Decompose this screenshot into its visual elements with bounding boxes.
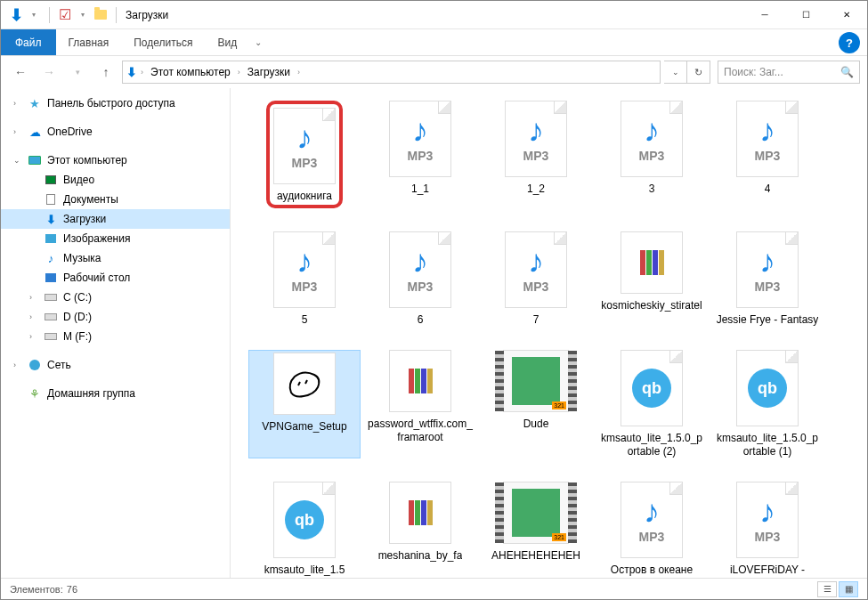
file-item[interactable]: password_wtffix.com_framaroot [364, 350, 476, 458]
file-item[interactable]: 321AHEHEHEHEHEH [480, 482, 592, 577]
chevron-right-icon[interactable]: › [238, 68, 240, 77]
close-button[interactable]: ✕ [826, 1, 867, 29]
maximize-button[interactable]: ☐ [785, 1, 826, 29]
file-item[interactable]: ♪MP3iLOVEFRiDAY - [711, 482, 823, 577]
exe-thumbnail [273, 353, 336, 415]
up-button[interactable]: ↑ [93, 60, 118, 85]
file-item[interactable]: ♪MP37 [480, 231, 592, 327]
tree-onedrive[interactable]: ›☁OneDrive [1, 122, 230, 142]
back-button[interactable]: ← [8, 60, 33, 85]
file-ext-label: MP3 [408, 280, 434, 294]
tab-share[interactable]: Поделиться [121, 29, 205, 55]
chevron-down-icon[interactable]: ⌄ [13, 156, 20, 165]
chevron-right-icon[interactable]: › [29, 312, 32, 321]
chevron-right-icon[interactable]: › [13, 99, 16, 108]
search-input[interactable]: Поиск: Заг... 🔍 [718, 61, 860, 84]
file-ext-label: MP3 [408, 149, 434, 163]
file-list-pane[interactable]: ♪MP3аудиокнига♪MP31_1♪MP31_2♪MP33♪MP34♪M… [231, 88, 867, 578]
file-item[interactable]: VPNGame_Setup [248, 350, 361, 458]
forward-button[interactable]: → [37, 60, 61, 85]
tab-view[interactable]: Вид [205, 29, 249, 55]
file-name: 7 [533, 313, 539, 327]
breadcrumb-this-pc[interactable]: Этот компьютер [147, 66, 234, 78]
mp3-thumbnail: ♪MP3 [389, 101, 451, 177]
file-item[interactable]: ♪MP3аудиокнига [248, 101, 361, 208]
pc-icon [28, 153, 42, 167]
properties-icon[interactable]: ☑ [57, 7, 73, 23]
file-name: iLOVEFRiDAY - [730, 564, 805, 577]
file-item[interactable]: ♪MP36 [364, 231, 476, 327]
address-dropdown-button[interactable]: ⌄ [664, 61, 687, 84]
mp3-thumbnail: ♪MP3 [736, 482, 799, 558]
file-ext-label: MP3 [292, 156, 318, 170]
tree-homegroup[interactable]: ⚘Домашняя группа [1, 384, 230, 403]
tree-pictures[interactable]: Изображения [1, 229, 230, 248]
minimize-button[interactable]: ─ [744, 1, 785, 29]
downloads-folder-icon: ⬇ [8, 7, 24, 23]
details-view-button[interactable]: ☰ [817, 581, 837, 597]
music-note-icon: ♪ [528, 246, 544, 278]
thumbnails-view-button[interactable]: ▦ [839, 581, 858, 597]
file-item[interactable]: ♪MP31_1 [364, 101, 476, 208]
tree-network[interactable]: ›Сеть [1, 355, 230, 375]
file-name: 1_1 [411, 182, 429, 196]
file-item[interactable]: qbkmsauto_lite_1.5.0_portable (1) [711, 350, 823, 458]
file-name: AHEHEHEHEHEH [491, 549, 580, 563]
file-item[interactable]: ♪MP3Jessie Frye - Fantasy [711, 231, 823, 327]
title-bar: ⬇ ▾ ☑ ▾ Загрузки ─ ☐ ✕ [1, 1, 867, 29]
rar-icon [640, 250, 664, 275]
recent-locations-button[interactable]: ▾ [65, 60, 90, 85]
file-item[interactable]: ♪MP34 [711, 101, 823, 208]
file-item[interactable]: qbkmsauto_lite_1.5 [248, 482, 361, 577]
file-item[interactable]: ♪MP35 [248, 231, 361, 327]
qat-dropdown-icon[interactable]: ▾ [75, 7, 91, 23]
mp3-thumbnail: ♪MP3 [621, 482, 683, 558]
tree-this-pc[interactable]: ⌄Этот компьютер [1, 150, 230, 170]
document-icon [44, 192, 58, 207]
tree-downloads[interactable]: ⬇Загрузки [1, 209, 230, 229]
status-items-label: Элементов: [10, 584, 63, 595]
separator [49, 7, 50, 23]
help-button[interactable]: ? [839, 32, 860, 53]
tree-drive-m[interactable]: ›M (F:) [1, 327, 230, 346]
file-name: 1_2 [527, 182, 545, 196]
ribbon-expand-icon[interactable]: ⌄ [249, 29, 267, 55]
file-item[interactable]: ♪MP31_2 [480, 101, 592, 208]
quick-access-toolbar: ⬇ ▾ ☑ ▾ [8, 7, 122, 23]
tree-video[interactable]: Видео [1, 170, 230, 190]
tree-drive-c[interactable]: ›C (C:) [1, 288, 230, 307]
file-name: 5 [302, 313, 308, 327]
file-item[interactable]: ♪MP33 [596, 101, 708, 208]
tab-home[interactable]: Главная [56, 29, 122, 55]
refresh-button[interactable]: ↻ [687, 61, 710, 84]
address-bar[interactable]: ⬇ › Этот компьютер › Загрузки › [122, 61, 661, 84]
file-item[interactable]: qbkmsauto_lite_1.5.0_portable (2) [596, 350, 708, 458]
music-note-icon: ♪ [296, 122, 312, 154]
chevron-right-icon[interactable]: › [13, 127, 16, 136]
chevron-right-icon[interactable]: › [13, 361, 16, 369]
file-item[interactable]: kosmicheskiy_stiratel [596, 231, 708, 327]
chevron-right-icon[interactable]: › [29, 332, 32, 341]
chevron-right-icon[interactable]: › [297, 68, 300, 77]
qat-dropdown-icon[interactable]: ▾ [26, 7, 42, 23]
file-item[interactable]: 321Dude [480, 350, 592, 458]
cloud-icon: ☁ [28, 125, 42, 139]
file-item[interactable]: meshanina_by_fa [364, 482, 476, 577]
file-item[interactable]: ♪MP3Остров в океане [596, 482, 708, 577]
video-thumbnail: 321 [503, 350, 569, 412]
tree-drive-d[interactable]: ›D (D:) [1, 307, 230, 327]
mp3-thumbnail: ♪MP3 [273, 231, 336, 308]
folder-icon [93, 7, 109, 23]
tree-documents[interactable]: Документы [1, 190, 230, 209]
archive-thumbnail [389, 350, 451, 412]
video-badge: 321 [552, 533, 566, 541]
tree-quick-access[interactable]: ›★Панель быстрого доступа [1, 93, 230, 113]
chevron-right-icon[interactable]: › [29, 293, 32, 302]
file-tab[interactable]: Файл [1, 29, 56, 55]
tree-desktop[interactable]: Рабочий стол [1, 268, 230, 288]
chevron-right-icon[interactable]: › [141, 68, 143, 77]
main-area: ›★Панель быстрого доступа ›☁OneDrive ⌄Эт… [1, 88, 867, 578]
breadcrumb-downloads[interactable]: Загрузки [244, 66, 294, 78]
tree-music[interactable]: ♪Музыка [1, 248, 230, 268]
file-ext-label: MP3 [755, 530, 781, 544]
